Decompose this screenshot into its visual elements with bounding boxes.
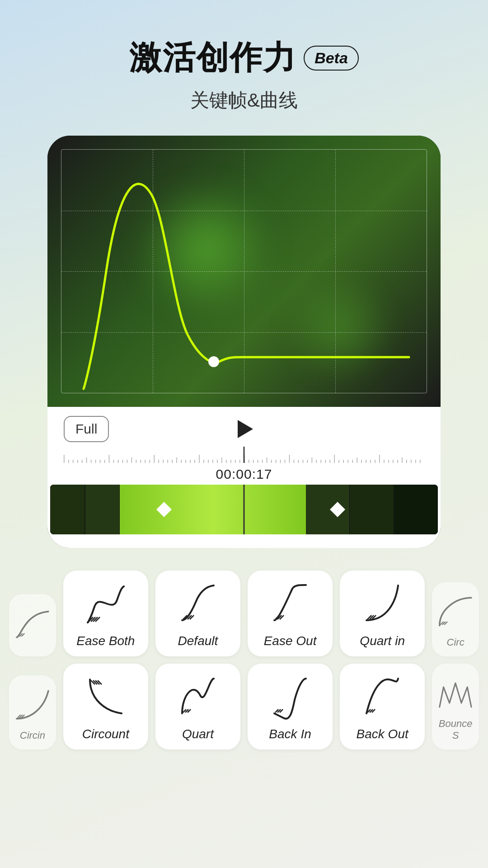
svg-rect-16	[136, 460, 137, 463]
full-button[interactable]: Full	[64, 416, 109, 442]
side-card-label-right-2: Bounce S	[436, 718, 475, 741]
svg-rect-36	[226, 460, 227, 463]
side-curve-svg-left-1	[13, 603, 52, 644]
svg-rect-26	[181, 460, 182, 463]
svg-rect-74	[397, 460, 398, 463]
svg-rect-20	[154, 455, 155, 463]
side-curve-svg-left-2	[13, 684, 52, 725]
svg-rect-45	[267, 458, 267, 463]
curve-svg	[47, 136, 441, 407]
svg-rect-29	[194, 460, 195, 463]
svg-rect-9	[104, 460, 105, 463]
film-strip[interactable]	[50, 485, 438, 534]
svg-rect-56	[316, 460, 317, 463]
svg-rect-1	[68, 460, 69, 463]
card-label-quart-in: Quart in	[360, 634, 405, 648]
svg-rect-53	[303, 460, 304, 463]
svg-rect-54	[307, 460, 308, 463]
card-label-ease-both: Ease Both	[76, 634, 135, 648]
svg-rect-43	[258, 460, 258, 463]
film-thumb-middle-green	[120, 485, 306, 534]
header: 激活创作力 Beta 关键帧&曲线	[129, 36, 359, 113]
svg-rect-58	[325, 460, 326, 463]
side-curve-svg-right-2	[436, 673, 475, 713]
side-card-right-2[interactable]: Bounce S	[432, 664, 479, 750]
card-back-out[interactable]: Back Out	[340, 664, 425, 750]
svg-rect-31	[203, 460, 204, 463]
play-button[interactable]	[230, 415, 258, 443]
svg-rect-7	[95, 460, 96, 463]
play-row: Full	[47, 407, 441, 447]
card-label-ease-out: Ease Out	[264, 634, 317, 648]
svg-rect-14	[127, 460, 128, 463]
film-thumb-left-dark	[50, 485, 120, 534]
svg-rect-33	[212, 460, 213, 463]
main-title: 激活创作力	[129, 36, 296, 80]
svg-rect-64	[352, 460, 353, 463]
svg-rect-79	[420, 460, 421, 463]
svg-rect-3	[77, 460, 78, 463]
svg-rect-67	[366, 460, 366, 463]
svg-rect-68	[370, 460, 371, 463]
timeline-ruler[interactable]	[64, 447, 424, 463]
film-strip-container	[47, 485, 441, 548]
svg-rect-63	[347, 460, 348, 463]
card-default[interactable]: Default	[155, 571, 240, 656]
svg-rect-70	[379, 455, 380, 463]
svg-rect-2	[73, 460, 74, 463]
svg-rect-38	[235, 460, 236, 463]
cards-row-1: Ease Both Default Ease Out	[9, 571, 479, 656]
card-label-back-out: Back Out	[357, 727, 408, 741]
card-label-quart: Quart	[182, 727, 214, 741]
svg-rect-59	[330, 460, 331, 463]
side-card-label-left-2: Circin	[20, 730, 45, 741]
card-circount[interactable]: Circount	[63, 664, 148, 750]
svg-rect-25	[176, 458, 177, 463]
svg-rect-50	[289, 455, 290, 463]
svg-rect-77	[411, 460, 412, 463]
svg-rect-75	[402, 458, 403, 463]
svg-rect-44	[262, 460, 263, 463]
svg-rect-60	[334, 455, 335, 463]
curve-svg-ease-out	[252, 580, 328, 629]
svg-rect-72	[388, 460, 389, 463]
side-card-left-1[interactable]	[9, 594, 56, 656]
card-quart-in[interactable]: Quart in	[340, 571, 425, 656]
curve-svg-quart-in	[344, 580, 420, 629]
svg-rect-42	[253, 460, 254, 463]
playhead-line	[244, 485, 245, 534]
svg-rect-18	[145, 460, 146, 463]
beta-badge: Beta	[304, 46, 359, 71]
svg-rect-65	[357, 458, 357, 463]
svg-rect-52	[298, 460, 299, 463]
side-card-left-2[interactable]: Circin	[9, 675, 56, 750]
video-card: Full 00:00:17	[47, 136, 441, 548]
svg-rect-17	[141, 460, 141, 463]
side-card-label-right-1: Circ	[447, 637, 465, 648]
curve-svg-quart	[160, 673, 236, 722]
svg-rect-71	[384, 460, 385, 463]
svg-rect-78	[415, 460, 416, 463]
video-area	[47, 136, 441, 407]
curve-svg-default	[160, 580, 236, 629]
svg-rect-57	[321, 460, 322, 463]
svg-rect-32	[208, 460, 209, 463]
svg-rect-30	[199, 455, 200, 463]
svg-rect-24	[172, 460, 173, 463]
side-card-right-1[interactable]: Circ	[432, 582, 479, 656]
card-quart[interactable]: Quart	[155, 664, 240, 750]
svg-rect-47	[276, 460, 277, 463]
svg-rect-37	[230, 460, 231, 463]
card-ease-out[interactable]: Ease Out	[248, 571, 333, 656]
svg-rect-8	[100, 460, 101, 463]
card-back-in[interactable]: Back In	[248, 664, 333, 750]
svg-rect-41	[249, 460, 249, 463]
ruler-marks-svg	[64, 447, 424, 463]
play-icon	[238, 420, 253, 438]
timecode: 00:00:17	[64, 463, 424, 485]
svg-rect-22	[163, 460, 164, 463]
curve-handle-dot[interactable]	[208, 356, 219, 367]
svg-rect-10	[109, 455, 110, 463]
svg-rect-28	[190, 460, 191, 463]
card-ease-both[interactable]: Ease Both	[63, 571, 148, 656]
